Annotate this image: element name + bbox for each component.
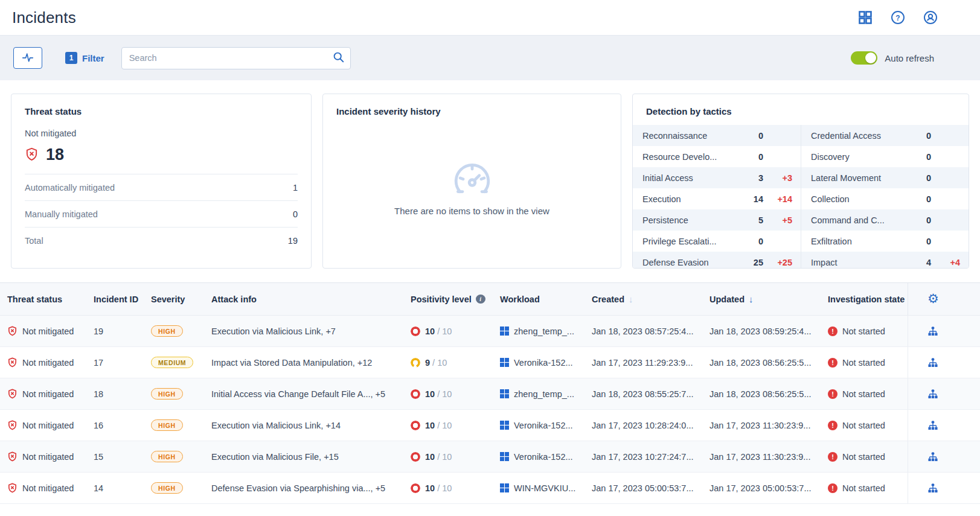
severity-badge: HIGH — [151, 451, 183, 462]
tactic-count: 0 — [741, 131, 763, 141]
not-started-exclamation-icon: ! — [828, 421, 837, 430]
positivity-cell: 10/ 10 — [405, 452, 494, 462]
severity-cell: HIGH — [145, 388, 205, 400]
investigation-state-cell: ! Not started — [822, 421, 908, 430]
created-cell: Jan 17, 2023 11:29:23:9... — [586, 358, 703, 368]
tactic-name: Credential Access — [811, 131, 909, 141]
table-row[interactable]: Not mitigated 19 HIGH Execution via Mali… — [0, 316, 980, 347]
attack-info-cell[interactable]: Execution via Malicious Link, +14 — [205, 421, 405, 430]
investigate-hierarchy-icon[interactable] — [927, 357, 938, 368]
tactic-count: 0 — [909, 237, 931, 246]
tactic-row: Defense Evasion 25 +25 — [633, 252, 801, 269]
investigate-hierarchy-icon[interactable] — [927, 420, 938, 431]
tactic-count: 0 — [741, 152, 763, 162]
table-row[interactable]: Not mitigated 17 MEDIUM Impact via Store… — [0, 347, 980, 378]
activity-button[interactable] — [13, 47, 42, 69]
empty-state: There are no items to show in the view — [323, 159, 621, 216]
table-row[interactable]: Not mitigated 18 HIGH Initial Access via… — [0, 378, 980, 410]
not-mitigated-shield-icon — [7, 389, 18, 399]
col-header-attack-info[interactable]: Attack info — [205, 295, 405, 304]
updated-cell: Jan 17, 2023 05:00:53:7... — [703, 483, 822, 493]
col-header-severity[interactable]: Severity — [145, 295, 205, 304]
investigate-hierarchy-icon[interactable] — [927, 326, 938, 337]
tactic-delta: +3 — [763, 173, 792, 183]
filter-label: Filter — [82, 53, 104, 63]
table-row[interactable]: Not mitigated 16 HIGH Execution via Mali… — [0, 410, 980, 441]
tactic-count: 5 — [741, 215, 763, 225]
tactic-delta: +4 — [931, 258, 960, 267]
incident-id-cell: 15 — [88, 452, 145, 462]
windows-logo-icon — [500, 389, 509, 398]
workload-cell: zheng_temp_... — [494, 326, 586, 336]
tactic-name: Execution — [642, 194, 741, 204]
severity-badge: HIGH — [151, 325, 183, 337]
col-header-created[interactable]: Created ↓ — [586, 294, 703, 304]
auto-refresh-toggle[interactable] — [851, 51, 877, 65]
workload-name: zheng_temp_... — [514, 389, 574, 399]
severity-cell: MEDIUM — [145, 357, 205, 368]
tactic-row: Privilege Escalati... 0 — [633, 231, 801, 252]
positivity-max: / 10 — [437, 452, 452, 462]
page-title: Incidents — [12, 8, 76, 27]
search-icon[interactable] — [333, 51, 344, 65]
severity-cell: HIGH — [145, 325, 205, 337]
detection-by-tactics-card: Detection by tactics Reconnaissance 0 Re… — [632, 94, 969, 269]
table-row[interactable]: Not mitigated 14 HIGH Defense Evasion vi… — [0, 473, 980, 504]
incidents-table: Threat status Incident ID Severity Attac… — [0, 282, 980, 504]
help-icon[interactable]: ? — [891, 10, 905, 25]
investigate-hierarchy-icon[interactable] — [927, 451, 938, 462]
threat-status-text: Not mitigated — [22, 421, 74, 430]
account-icon[interactable] — [923, 10, 938, 25]
col-header-incident-id[interactable]: Incident ID — [88, 295, 145, 304]
col-header-updated[interactable]: Updated ↓ — [703, 294, 822, 304]
threat-status-text: Not mitigated — [22, 452, 74, 462]
updated-cell: Jan 18, 2023 08:56:25:5... — [703, 358, 822, 368]
workload-cell: Veronika-152... — [494, 421, 586, 430]
tactic-row: Exfiltration 0 — [801, 231, 969, 252]
info-icon[interactable]: i — [476, 295, 485, 304]
apps-grid-icon[interactable] — [858, 10, 873, 25]
tactic-count: 4 — [909, 258, 931, 267]
attack-info-cell[interactable]: Initial Access via Change Default File A… — [205, 389, 405, 399]
tactic-name: Privilege Escalati... — [642, 237, 741, 246]
tactic-count: 0 — [909, 215, 931, 225]
attack-info-cell[interactable]: Execution via Malicious Link, +7 — [205, 326, 405, 336]
workload-cell: zheng_temp_... — [494, 389, 586, 399]
summary-cards: Threat status Not mitigated 18 Automatic… — [0, 80, 980, 269]
incident-id-cell: 18 — [88, 389, 145, 399]
sort-down-icon[interactable]: ↓ — [629, 294, 633, 304]
threat-status-card: Threat status Not mitigated 18 Automatic… — [11, 94, 312, 269]
investigation-state-text: Not started — [842, 452, 885, 462]
investigate-hierarchy-icon[interactable] — [927, 483, 938, 494]
tactic-name: Persistence — [642, 215, 741, 225]
row-action-cell — [908, 316, 980, 346]
col-header-threat-status[interactable]: Threat status — [0, 295, 88, 304]
gauge-icon — [451, 188, 493, 197]
windows-logo-icon — [500, 483, 509, 492]
attack-info-cell[interactable]: Impact via Stored Data Manipulation, +12 — [205, 358, 405, 368]
investigation-state-text: Not started — [842, 358, 885, 368]
search-input[interactable] — [129, 53, 333, 63]
col-header-positivity-level[interactable]: Positivity level i — [405, 295, 494, 304]
investigate-hierarchy-icon[interactable] — [927, 389, 938, 400]
col-header-workload[interactable]: Workload — [494, 295, 586, 304]
table-settings-cell: ⚙ — [908, 283, 980, 315]
tactic-delta: +5 — [763, 215, 792, 225]
investigation-state-cell: ! Not started — [822, 358, 908, 368]
attack-info-cell[interactable]: Defense Evasion via Spearphishing via...… — [205, 483, 405, 493]
sort-down-icon[interactable]: ↓ — [749, 294, 754, 304]
row-action-cell — [908, 347, 980, 378]
gear-icon[interactable]: ⚙ — [927, 293, 939, 305]
auto-refresh-control: Auto refresh — [851, 51, 969, 65]
filter-control[interactable]: 1 Filter — [65, 52, 104, 64]
attack-info-cell[interactable]: Execution via Malicious File, +15 — [205, 452, 405, 462]
tactics-column-left: Reconnaissance 0 Resource Develo... 0 In… — [633, 125, 801, 269]
col-header-investigation-state[interactable]: Investigation state — [822, 295, 908, 304]
tactic-name: Exfiltration — [811, 237, 909, 246]
investigation-state-text: Not started — [842, 483, 885, 493]
table-row[interactable]: Not mitigated 15 HIGH Execution via Mali… — [0, 441, 980, 473]
workload-cell: Veronika-152... — [494, 452, 586, 462]
not-started-exclamation-icon: ! — [828, 358, 837, 368]
workload-name: Veronika-152... — [514, 421, 573, 430]
positivity-ring-icon — [411, 483, 420, 493]
